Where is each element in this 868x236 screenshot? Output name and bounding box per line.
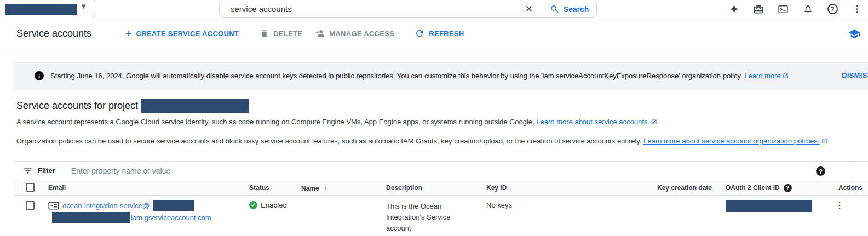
project-name-redacted: [5, 4, 77, 15]
plus-icon: +: [125, 28, 131, 39]
email-project-redacted-2: [52, 212, 130, 223]
notifications-bell-icon[interactable]: [802, 4, 813, 15]
help-question-glyph: ?: [827, 4, 838, 14]
dismiss-button[interactable]: DISMISS: [842, 71, 868, 79]
status-badge: Enabled: [261, 201, 287, 209]
filter-input[interactable]: [70, 166, 563, 176]
create-service-account-label: CREATE SERVICE ACCOUNT: [136, 30, 239, 38]
email-cell: ocean-integration-service@ iam.gservicea…: [48, 200, 249, 223]
enabled-check-icon: ✓: [249, 201, 257, 209]
cloud-shell-icon[interactable]: [778, 4, 789, 15]
service-account-key-icon: [48, 202, 59, 210]
row-checkbox[interactable]: [26, 201, 35, 210]
gift-icon[interactable]: [753, 4, 764, 15]
chevron-down-icon: ▼: [80, 2, 87, 10]
topbar-icons: ? ⋮: [728, 0, 863, 18]
create-service-account-button[interactable]: + CREATE SERVICE ACCOUNT: [125, 28, 239, 39]
intro-paragraph-1-text: A service account represents a Google Cl…: [16, 118, 534, 126]
service-account-email-link[interactable]: ocean-integration-service@: [62, 202, 150, 210]
action-toolbar: Service accounts + CREATE SERVICE ACCOUN…: [0, 18, 868, 49]
info-icon: i: [35, 71, 44, 80]
col-header-oauth2-client-id[interactable]: OAuth 2 Client ID ?: [726, 184, 813, 192]
search-button-label: Search: [564, 5, 589, 14]
topbar: ▼ ✕ Search ? ⋮: [0, 0, 868, 18]
learn-graduation-cap-icon[interactable]: [848, 28, 860, 42]
filter-help-icon[interactable]: ?: [816, 166, 825, 176]
learn-more-org-policies-link[interactable]: Learn more about service account organiz…: [643, 137, 820, 145]
refresh-button[interactable]: REFRESH: [415, 28, 464, 38]
divider: [853, 164, 853, 177]
manage-access-label: MANAGE ACCESS: [329, 30, 394, 38]
col-header-key-creation-date[interactable]: Key creation date: [657, 184, 726, 192]
col-header-key-id[interactable]: Key ID: [486, 184, 657, 192]
gemini-sparkle-icon[interactable]: [728, 4, 739, 15]
info-banner: i Starting June 16, 2024, Google will au…: [14, 62, 868, 90]
external-link-icon: [783, 72, 789, 80]
oauth2-client-id-redacted: [726, 200, 812, 212]
banner-learn-more-link[interactable]: Learn more: [744, 72, 780, 80]
col-header-status[interactable]: Status: [249, 184, 301, 192]
filter-bar: Filter ?: [14, 161, 868, 180]
col-header-name-label: Name: [301, 185, 319, 192]
service-account-email-domain[interactable]: iam.gserviceaccount.com: [131, 214, 211, 222]
refresh-label: REFRESH: [429, 30, 464, 38]
status-cell: ✓ Enabled: [249, 200, 301, 209]
page-title: Service accounts: [16, 28, 91, 39]
trash-icon: [260, 29, 269, 38]
table-header: Email Status Name↑ Description Key ID Ke…: [14, 180, 868, 196]
filter-label: Filter: [38, 166, 55, 175]
col-header-email[interactable]: Email: [48, 184, 249, 192]
help-icon[interactable]: ?: [827, 4, 838, 15]
description-cell: This is the Ocean Integration's Service …: [386, 200, 454, 234]
external-link-icon: [651, 118, 657, 126]
table-row: ocean-integration-service@ iam.gservicea…: [14, 196, 868, 234]
search-icon: [550, 4, 560, 14]
col-header-actions: Actions: [838, 184, 868, 192]
person-add-icon: [315, 28, 325, 38]
project-picker[interactable]: ▼: [0, 0, 95, 19]
row-actions-menu-icon[interactable]: ⋮: [835, 200, 844, 210]
project-id-redacted: [141, 99, 249, 113]
section-heading-text: Service accounts for project: [16, 100, 138, 112]
col-header-name[interactable]: Name↑: [301, 184, 386, 192]
intro-paragraph-1: A service account represents a Google Cl…: [16, 118, 868, 126]
more-menu-icon[interactable]: ⋮: [852, 4, 863, 15]
banner-message: Starting June 16, 2024, Google will auto…: [50, 72, 743, 80]
actions-cell: ⋮: [835, 200, 868, 210]
email-project-redacted: [153, 200, 194, 211]
section-heading: Service accounts for project: [16, 99, 868, 113]
intro-paragraph-2: Organization policies can be used to sec…: [16, 137, 868, 146]
delete-label: DELETE: [273, 30, 302, 38]
select-all-checkbox[interactable]: [26, 183, 35, 192]
intro-paragraph-2-text: Organization policies can be used to sec…: [16, 137, 641, 145]
sort-ascending-icon: ↑: [324, 184, 327, 192]
oauth2-client-id-cell: [726, 200, 813, 212]
filter-icon: [23, 166, 33, 176]
col-header-oauth2-label: OAuth 2 Client ID: [726, 184, 780, 192]
oauth2-help-icon[interactable]: ?: [784, 184, 792, 192]
search-button[interactable]: Search: [542, 1, 597, 18]
search-box[interactable]: ✕: [219, 1, 542, 18]
col-header-description[interactable]: Description: [386, 184, 486, 192]
external-link-icon: [821, 137, 827, 146]
search-input[interactable]: [229, 4, 523, 14]
refresh-icon: [415, 28, 424, 38]
key-id-cell: No keys: [486, 200, 657, 209]
delete-button[interactable]: DELETE: [260, 29, 302, 38]
close-icon[interactable]: ✕: [523, 3, 535, 15]
learn-more-service-accounts-link[interactable]: Learn more about service accounts.: [536, 118, 649, 126]
manage-access-button[interactable]: MANAGE ACCESS: [315, 28, 394, 38]
